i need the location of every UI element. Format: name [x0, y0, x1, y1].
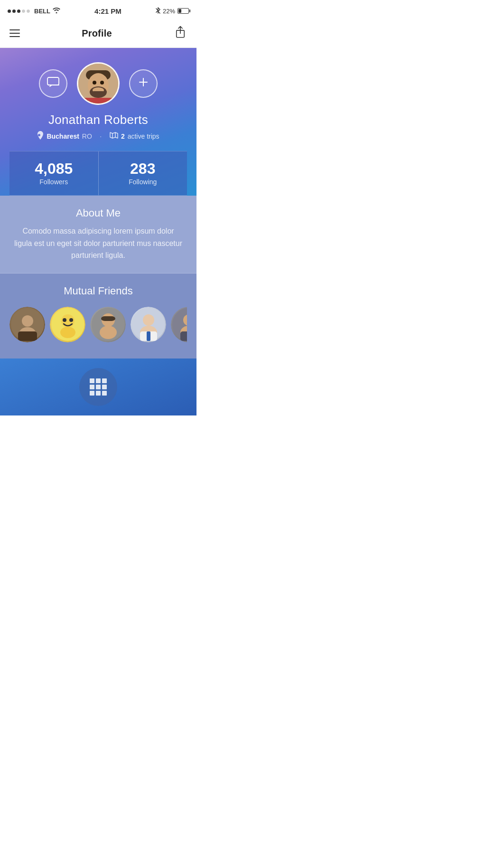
- status-left: BELL: [8, 7, 60, 15]
- following-label: Following: [103, 178, 183, 186]
- signal-dots: [8, 9, 30, 13]
- profile-actions-row: [9, 62, 187, 105]
- battery-icon: [178, 8, 189, 14]
- grid-cell-9: [102, 391, 107, 396]
- grid-cell-4: [90, 385, 94, 389]
- user-avatar[interactable]: [77, 62, 120, 105]
- grid-cell-1: [90, 378, 94, 383]
- about-title: About Me: [14, 207, 182, 219]
- status-right: 22%: [156, 7, 189, 15]
- friend-avatar-2[interactable]: [50, 307, 85, 342]
- svg-point-6: [100, 81, 104, 85]
- hamburger-line-1: [9, 29, 20, 30]
- friend-avatar-5[interactable]: [171, 307, 187, 342]
- menu-button[interactable]: [9, 29, 20, 37]
- location-item: Bucharest RO: [37, 131, 92, 142]
- status-time: 4:21 PM: [94, 7, 122, 15]
- svg-rect-32: [180, 331, 187, 341]
- grid-icon: [90, 378, 107, 396]
- following-count: 283: [103, 161, 183, 176]
- trips-count: 2: [121, 132, 125, 140]
- location-country: RO: [82, 132, 92, 140]
- friends-list: [9, 307, 187, 344]
- svg-point-18: [69, 318, 73, 322]
- friend-avatar-3[interactable]: [90, 307, 126, 342]
- grid-cell-3: [102, 378, 107, 383]
- grid-cell-5: [96, 385, 101, 389]
- plus-icon: [138, 77, 149, 90]
- location-icon: [37, 131, 44, 142]
- avatar-image: [78, 64, 118, 104]
- friend-image-5: [171, 307, 187, 342]
- friend-image-1: [9, 307, 45, 342]
- friend-image-4: [131, 307, 166, 342]
- profile-header: Jonathan Roberts Bucharest RO · 2 active…: [0, 48, 196, 196]
- bluetooth-icon: [156, 7, 160, 15]
- user-name: Jonathan Roberts: [9, 113, 187, 127]
- user-meta: Bucharest RO · 2 active trips: [9, 131, 187, 151]
- friend-avatar-1[interactable]: [9, 307, 45, 342]
- carrier-label: BELL: [34, 8, 50, 15]
- bottom-tab: [0, 359, 196, 415]
- svg-rect-1: [47, 77, 59, 85]
- mutual-friends-title: Mutual Friends: [9, 285, 187, 297]
- grid-cell-7: [90, 391, 94, 396]
- signal-dot-5: [27, 9, 30, 13]
- signal-dot-4: [22, 9, 25, 13]
- about-section: About Me Comodo massa adipiscing lorem i…: [0, 196, 196, 274]
- grid-view-button[interactable]: [79, 368, 117, 406]
- svg-rect-14: [18, 331, 37, 341]
- nav-bar: Profile: [0, 21, 196, 48]
- svg-rect-28: [147, 331, 150, 341]
- svg-point-5: [93, 81, 96, 85]
- svg-rect-10: [83, 98, 113, 104]
- hamburger-line-3: [9, 36, 20, 37]
- wifi-icon: [53, 7, 60, 15]
- message-icon: [47, 77, 59, 90]
- page-title: Profile: [82, 28, 112, 39]
- svg-point-22: [100, 326, 117, 339]
- about-text: Comodo massa adipiscing lorem ipsum dolo…: [14, 225, 182, 262]
- status-bar: BELL 4:21 PM 22%: [0, 0, 196, 21]
- trips-item: 2 active trips: [110, 132, 159, 141]
- svg-point-19: [60, 327, 75, 338]
- svg-rect-9: [92, 91, 105, 96]
- stats-section: 4,085 Followers 283 Following: [9, 151, 187, 196]
- signal-dot-3: [17, 9, 20, 13]
- location-city: Bucharest: [47, 132, 79, 140]
- signal-dot-1: [8, 9, 11, 13]
- trips-label: active trips: [128, 132, 159, 140]
- friend-image-2: [50, 307, 85, 342]
- svg-point-12: [22, 315, 33, 327]
- share-button[interactable]: [174, 26, 187, 41]
- friend-avatar-4[interactable]: [131, 307, 166, 342]
- svg-rect-23: [101, 316, 115, 321]
- meta-divider: ·: [100, 132, 102, 142]
- grid-cell-6: [102, 385, 107, 389]
- following-stat[interactable]: 283 Following: [99, 151, 187, 195]
- followers-label: Followers: [14, 178, 93, 186]
- followers-count: 4,085: [14, 161, 93, 176]
- svg-point-17: [63, 318, 66, 322]
- hamburger-line-2: [9, 33, 20, 34]
- followers-stat[interactable]: 4,085 Followers: [9, 151, 99, 195]
- friend-image-3: [90, 307, 126, 342]
- svg-point-25: [143, 314, 154, 326]
- friends-section: Mutual Friends: [0, 274, 196, 359]
- message-button[interactable]: [39, 69, 67, 98]
- grid-cell-8: [96, 391, 101, 396]
- add-button[interactable]: [129, 69, 158, 98]
- map-icon: [110, 132, 118, 141]
- grid-cell-2: [96, 378, 101, 383]
- signal-dot-2: [12, 9, 16, 13]
- battery-percentage: 22%: [163, 8, 175, 15]
